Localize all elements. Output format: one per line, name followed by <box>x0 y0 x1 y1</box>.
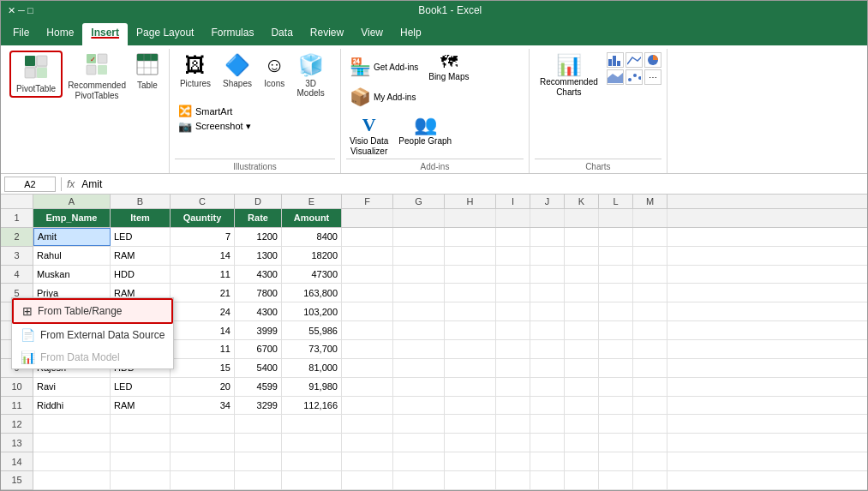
col-header-h[interactable]: H <box>445 195 496 208</box>
pictures-button[interactable]: 🖼 Pictures <box>175 51 216 91</box>
cell-k11[interactable] <box>565 397 599 415</box>
row-header-3[interactable]: 3 <box>1 247 33 266</box>
cell-j8[interactable] <box>530 340 565 358</box>
cell-c11[interactable]: 34 <box>171 397 235 415</box>
cell-j11[interactable] <box>530 397 565 415</box>
cell-i14[interactable] <box>496 452 530 470</box>
cell-f15[interactable] <box>342 471 393 489</box>
cell-m15[interactable] <box>633 471 667 489</box>
cell-f7[interactable] <box>342 321 393 339</box>
cell-f8[interactable] <box>342 340 393 358</box>
cell-f12[interactable] <box>342 415 393 433</box>
cell-g4[interactable] <box>393 266 445 284</box>
row-header-2[interactable]: 2 <box>1 228 33 247</box>
cell-f5[interactable] <box>342 284 393 302</box>
cell-g7[interactable] <box>393 321 445 339</box>
cell-c7[interactable]: 14 <box>171 321 235 339</box>
cell-k10[interactable] <box>565 378 599 396</box>
row-header-11[interactable]: 11 <box>1 397 33 416</box>
cell-k13[interactable] <box>565 434 599 452</box>
cell-j7[interactable] <box>530 321 565 339</box>
cell-c2[interactable]: 7 <box>171 228 235 246</box>
cell-k14[interactable] <box>565 452 599 470</box>
cell-l3[interactable] <box>599 247 633 265</box>
cell-a15[interactable] <box>33 471 111 489</box>
cell-e5[interactable]: 163,800 <box>282 284 342 302</box>
col-header-f[interactable]: F <box>342 195 393 208</box>
cell-m8[interactable] <box>633 340 667 358</box>
cell-j13[interactable] <box>530 434 565 452</box>
cell-c9[interactable]: 15 <box>171 359 235 377</box>
cell-l2[interactable] <box>599 228 633 246</box>
myaddins-button[interactable]: 📦 My Add-ins <box>346 85 419 109</box>
cell-c15[interactable] <box>171 471 235 489</box>
cell-k6[interactable] <box>565 302 599 320</box>
cell-e7[interactable]: 55,986 <box>282 321 342 339</box>
cell-i2[interactable] <box>496 228 530 246</box>
cell-c6[interactable]: 24 <box>171 302 235 320</box>
cell-m6[interactable] <box>633 302 667 320</box>
recommended-pivottables-button[interactable]: ✓ RecommendedPivotTables <box>64 51 129 104</box>
cell-l12[interactable] <box>599 415 633 433</box>
cell-a4[interactable]: Muskan <box>33 266 111 284</box>
cell-e14[interactable] <box>282 452 342 470</box>
cell-i13[interactable] <box>496 434 530 452</box>
tab-formulas[interactable]: Formulas <box>202 23 262 45</box>
cell-d9[interactable]: 5400 <box>235 359 282 377</box>
cell-d4[interactable]: 4300 <box>235 266 282 284</box>
cell-b1[interactable]: Item <box>111 209 171 227</box>
cell-l9[interactable] <box>599 359 633 377</box>
cell-c12[interactable] <box>171 415 235 433</box>
cell-b11[interactable]: RAM <box>111 397 171 415</box>
cell-m5[interactable] <box>633 284 667 302</box>
cell-b12[interactable] <box>111 415 171 433</box>
cell-j5[interactable] <box>530 284 565 302</box>
cell-f1[interactable] <box>342 209 393 227</box>
cell-k4[interactable] <box>565 266 599 284</box>
bar-chart-button[interactable] <box>607 52 624 68</box>
cell-m4[interactable] <box>633 266 667 284</box>
cell-g12[interactable] <box>393 415 445 433</box>
cell-a12[interactable] <box>33 415 111 433</box>
cell-d6[interactable]: 4300 <box>235 302 282 320</box>
icons-button[interactable]: ☺ Icons <box>259 51 290 91</box>
cell-g1[interactable] <box>393 209 445 227</box>
cell-h12[interactable] <box>445 415 496 433</box>
cell-j2[interactable] <box>530 228 565 246</box>
row-header-10[interactable]: 10 <box>1 378 33 397</box>
col-header-c[interactable]: C <box>171 195 235 208</box>
cell-d3[interactable]: 1300 <box>235 247 282 265</box>
cell-j10[interactable] <box>530 378 565 396</box>
cell-a1[interactable]: Emp_Name <box>33 209 111 227</box>
table-button[interactable]: Table <box>131 51 164 93</box>
cell-d7[interactable]: 3999 <box>235 321 282 339</box>
cell-b14[interactable] <box>111 452 171 470</box>
cell-k5[interactable] <box>565 284 599 302</box>
cell-e1[interactable]: Amount <box>282 209 342 227</box>
cell-m12[interactable] <box>633 415 667 433</box>
cell-i10[interactable] <box>496 378 530 396</box>
cell-h8[interactable] <box>445 340 496 358</box>
recommended-charts-button[interactable]: 📊 RecommendedCharts <box>535 51 603 100</box>
cell-h7[interactable] <box>445 321 496 339</box>
cell-l8[interactable] <box>599 340 633 358</box>
cell-c5[interactable]: 21 <box>171 284 235 302</box>
peoplegraph-button[interactable]: 👥 People Graph <box>395 112 455 159</box>
cell-e11[interactable]: 112,166 <box>282 397 342 415</box>
cell-k15[interactable] <box>565 471 599 489</box>
cell-l6[interactable] <box>599 302 633 320</box>
cell-b13[interactable] <box>111 434 171 452</box>
cell-m11[interactable] <box>633 397 667 415</box>
cell-m3[interactable] <box>633 247 667 265</box>
cell-c4[interactable]: 11 <box>171 266 235 284</box>
cell-f2[interactable] <box>342 228 393 246</box>
tab-help[interactable]: Help <box>392 23 430 45</box>
cell-h1[interactable] <box>445 209 496 227</box>
cell-j4[interactable] <box>530 266 565 284</box>
cell-h14[interactable] <box>445 452 496 470</box>
cell-m14[interactable] <box>633 452 667 470</box>
cell-g6[interactable] <box>393 302 445 320</box>
cell-h3[interactable] <box>445 247 496 265</box>
cell-e3[interactable]: 18200 <box>282 247 342 265</box>
cell-f10[interactable] <box>342 378 393 396</box>
